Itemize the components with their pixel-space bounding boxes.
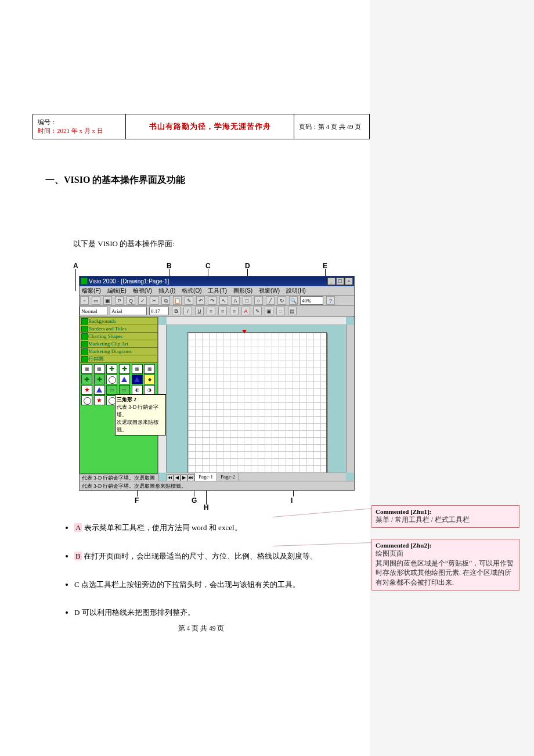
format-painter-icon[interactable]: ✎ — [185, 296, 193, 305]
menu-item[interactable]: 檔案(F) — [82, 287, 101, 294]
menu-item[interactable]: 編輯(E) — [107, 287, 127, 294]
font-color-icon[interactable]: A — [241, 307, 250, 315]
shape-item-selected[interactable] — [132, 375, 143, 384]
horizontal-scrollbar[interactable]: ⏮◀▶⏭ Page-1 Page-2 — [167, 473, 346, 481]
zoom-in-icon[interactable]: 🔍 — [289, 296, 298, 305]
cut-icon[interactable]: ✂ — [150, 296, 158, 305]
text-icon[interactable]: A — [231, 296, 240, 305]
paste-icon[interactable]: 📋 — [173, 296, 182, 305]
bullet-d: D 可以利用格线来把图形排列整齐。 — [74, 607, 370, 619]
shape-item[interactable] — [81, 375, 92, 384]
redo-icon[interactable]: ↷ — [208, 296, 217, 305]
rect-icon[interactable]: □ — [243, 296, 251, 305]
standard-toolbar: ▫ ▭ ▣ P Q ✓ ✂ ⧉ 📋 ✎ ↶ ↷ ↖ A □ — [80, 296, 354, 306]
shape-item[interactable]: ◆ — [144, 375, 155, 384]
bullet-c: C 点选工具栏上按钮旁边的下拉箭头时，会出现与该钮有关的工具。 — [74, 579, 370, 591]
align-center-icon[interactable]: ≡ — [218, 307, 227, 315]
shape-item[interactable]: ▦ — [144, 364, 155, 374]
shape-item[interactable] — [94, 375, 105, 384]
callout-leader — [75, 269, 76, 291]
bullet-b-text: 在打开页面时，会出现最适当的尺寸、方位、比例、格线以及刻度等。 — [82, 552, 317, 560]
bullet-list: A 表示菜单和工具栏，使用方法同 word 和 excel。 B 在打开页面时，… — [33, 522, 370, 619]
size-combo[interactable]: 0.17 — [149, 307, 169, 315]
shape-item[interactable]: ▭ — [106, 385, 117, 395]
style-combo[interactable]: Normal — [80, 307, 107, 315]
zoom-combo[interactable]: 40% — [300, 296, 323, 305]
shape-item[interactable]: ▦ — [94, 364, 105, 374]
page-tab[interactable]: Page-1 — [194, 473, 217, 481]
align-right-icon[interactable]: ≡ — [230, 307, 239, 315]
highlight-a: A — [74, 523, 82, 532]
header-time: 时间：2021 年 x 月 x 日 — [38, 127, 121, 135]
drawing-area: ⏮◀▶⏭ Page-1 Page-2 — [158, 317, 354, 481]
section-heading: 一、VISIO 的基本操作界面及功能 — [33, 174, 370, 186]
underline-icon[interactable]: U — [195, 307, 204, 315]
open-icon[interactable]: ▭ — [92, 296, 100, 305]
shape-item[interactable] — [106, 364, 117, 374]
menu-item[interactable]: 插入(I) — [158, 287, 175, 294]
drawing-page[interactable] — [187, 332, 327, 483]
preview-icon[interactable]: Q — [127, 296, 135, 305]
shape-item[interactable]: ◐ — [132, 385, 143, 395]
stencil-header[interactable]: Marketing Clip Art — [80, 340, 158, 348]
shape-tooltip: 三角形 2 代表 3-D 行銷金字塔。 次選取圖形來貼標籤。 — [115, 394, 166, 435]
rotate-icon[interactable]: ↻ — [277, 296, 286, 305]
review-pane-bg — [370, 0, 534, 756]
stencil-header[interactable]: 行銷圖 — [80, 355, 158, 363]
shape-item[interactable]: ▦ — [132, 364, 143, 374]
spell-icon[interactable]: ✓ — [138, 296, 147, 305]
shape-item[interactable]: ◑ — [144, 385, 155, 395]
menu-item[interactable]: 格式(O) — [182, 287, 201, 294]
vertical-scrollbar[interactable] — [346, 325, 354, 473]
shape-item[interactable] — [94, 385, 105, 395]
line-weight-icon[interactable]: ═ — [276, 307, 285, 315]
shape-item[interactable] — [81, 385, 92, 395]
visio-screenshot-figure: A B C D E F G H I Visio 2000 - [Drawing1… — [73, 261, 358, 505]
menu-item[interactable]: 視窗(W) — [259, 287, 280, 294]
align-left-icon[interactable]: ≡ — [207, 307, 215, 315]
copy-icon[interactable]: ⧉ — [161, 296, 170, 305]
shape-item[interactable] — [94, 395, 105, 405]
menu-item[interactable]: 工具(T) — [208, 287, 227, 294]
shape-item[interactable] — [119, 375, 130, 384]
stencil-body: ▦ ▦ ▦ ▦ ◆ — [80, 362, 158, 474]
shape-item[interactable] — [119, 364, 130, 374]
comment-balloon-1[interactable]: Commented [Zhu1]: 菜单 / 常用工具栏 / 栏式工具栏 — [371, 505, 519, 528]
comment-balloon-2[interactable]: Commented [Zhu2]: 绘图页面 其周围的蓝色区域是个“剪贴板”，可… — [371, 539, 519, 591]
menu-bar: 檔案(F) 編輯(E) 檢視(V) 插入(I) 格式(O) 工具(T) 圖形(S… — [80, 286, 354, 296]
menu-item[interactable]: 檢視(V) — [133, 287, 152, 294]
shape-item[interactable] — [106, 375, 117, 384]
menu-item[interactable]: 說明(H) — [286, 287, 306, 294]
shape-item[interactable]: ▭ — [119, 385, 130, 395]
stencil-status: 代表 3-D 行銷金字塔。次選取圖形來貼標籤。 — [80, 474, 158, 481]
italic-icon[interactable]: I — [183, 307, 192, 315]
undo-icon[interactable]: ↶ — [196, 296, 205, 305]
fill-color-icon[interactable]: ▣ — [265, 307, 273, 315]
close-icon[interactable]: × — [345, 278, 353, 285]
ellipse-icon[interactable]: ○ — [254, 296, 263, 305]
line-color-icon[interactable]: ✎ — [253, 307, 262, 315]
line-icon[interactable]: ╱ — [266, 296, 275, 305]
help-icon[interactable]: ? — [326, 296, 335, 305]
save-icon[interactable]: ▣ — [103, 296, 112, 305]
print-icon[interactable]: P — [115, 296, 124, 305]
page-tab[interactable]: Page-2 — [217, 473, 239, 481]
comment-text: 绘图页面 其周围的蓝色区域是个“剪贴板”，可以用作暂时存放形状或其他绘图元素. … — [376, 549, 515, 588]
stencil-header[interactable]: Borders and Titles — [80, 325, 158, 333]
shape-item[interactable]: ▦ — [81, 364, 92, 374]
maximize-icon[interactable]: □ — [336, 278, 344, 285]
header-id: 编号： — [38, 118, 121, 127]
layer-icon[interactable]: ▤ — [288, 307, 297, 315]
bold-icon[interactable]: B — [172, 307, 181, 315]
new-icon[interactable]: ▫ — [80, 296, 89, 305]
stencil-header[interactable]: Marketing Diagrams — [80, 347, 158, 355]
format-toolbar: Normal Arial 0.17 B I U ≡ ≡ ≡ A ✎ ▣ ═ ▤ — [80, 306, 354, 316]
menu-item[interactable]: 圖形(S) — [233, 287, 252, 294]
pointer-icon[interactable]: ↖ — [219, 296, 228, 305]
stencil-header[interactable]: Backgrounds — [80, 317, 158, 325]
font-combo[interactable]: Arial — [110, 307, 147, 315]
shape-item[interactable] — [81, 395, 92, 405]
stencil-header[interactable]: Charting Shapes — [80, 332, 158, 340]
app-icon — [81, 278, 88, 285]
minimize-icon[interactable]: _ — [327, 278, 335, 285]
